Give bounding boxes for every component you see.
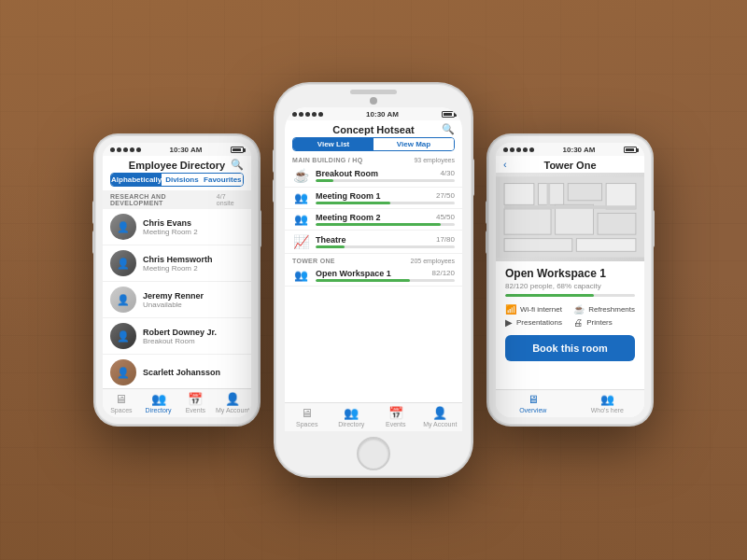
section-header-hq: Main Building / HQ 93 employees	[285, 155, 462, 164]
section-title-hq: Main Building / HQ	[292, 157, 362, 163]
amenity-refreshments: ☕ Refreshments	[573, 304, 635, 315]
svg-rect-7	[598, 213, 636, 234]
svg-rect-9	[576, 239, 636, 252]
battery-icon	[231, 147, 244, 153]
nav-item-events[interactable]: 📅 Events	[177, 392, 215, 413]
search-icon[interactable]: 🔍	[231, 159, 244, 171]
room-info: Breakout Room 4/30	[316, 169, 455, 182]
list-item[interactable]: 👤 Robert Downey Jr. Breakout Room	[103, 318, 251, 355]
workspace-capacity: 82/120 people, 68% capacity	[505, 282, 635, 290]
room-item-workspace1[interactable]: 👥 Open Workspace 1 82/120	[285, 265, 462, 287]
battery-icon	[442, 111, 455, 118]
svg-rect-11	[547, 184, 551, 206]
nav-item-overview[interactable]: 🖥 Overview	[496, 393, 571, 413]
svg-rect-4	[606, 184, 636, 209]
status-time: 10:30 AM	[563, 146, 596, 154]
list-item[interactable]: 👤 Scarlett Johansson	[103, 355, 251, 388]
amenity-label-presentations: Presentations	[516, 318, 562, 327]
speaker	[350, 90, 397, 94]
nav-item-account[interactable]: 👤 My Account	[214, 392, 251, 413]
events-icon: 📅	[188, 392, 203, 406]
amenity-printers: 🖨 Printers	[573, 317, 635, 328]
progress-bar	[316, 202, 455, 204]
power-button[interactable]	[259, 210, 261, 247]
amenity-label-refreshments: Refreshments	[588, 305, 635, 314]
volume-up-button[interactable]	[486, 201, 488, 224]
avatar: 👤	[110, 287, 136, 313]
room-name: Open Workspace 1	[316, 269, 391, 279]
amenities-list: 📶 Wi-fi internet ☕ Refreshments ▶ Presen…	[496, 301, 644, 331]
svg-rect-10	[504, 205, 636, 209]
employee-room: Meeting Room 2	[143, 228, 244, 236]
home-button[interactable]	[357, 437, 390, 470]
employee-list: 👤 Chris Evans Meeting Room 2 👤 Chris Hem…	[103, 209, 251, 388]
volume-down-button[interactable]	[486, 231, 488, 254]
list-item[interactable]: 👤 Chris Hemsworth Meeting Room 2	[103, 245, 251, 282]
room-name: Theatre	[316, 235, 346, 245]
room-item-breakout[interactable]: ☕ Breakout Room 4/30	[285, 164, 462, 188]
volume-down-button[interactable]	[273, 179, 275, 203]
nav-item-account[interactable]: 👤 My Account	[418, 406, 463, 427]
volume-up-button[interactable]	[92, 201, 95, 224]
progress-bar	[316, 223, 455, 226]
screen-tower-one: 10:30 AM ‹ Tower One	[496, 143, 644, 417]
wifi-icon: 📶	[505, 304, 516, 315]
directory-icon: 👥	[344, 406, 359, 420]
signal-dots	[292, 112, 323, 117]
tab-favourites[interactable]: Favourites	[203, 174, 243, 186]
nav-item-directory[interactable]: 👥 Directory	[330, 406, 374, 427]
svg-rect-3	[568, 184, 601, 201]
employee-name: Chris Hemsworth	[143, 255, 244, 264]
room-name: Meeting Room 2	[316, 213, 381, 223]
nav-item-spaces[interactable]: 🖥 Spaces	[103, 392, 140, 413]
refreshments-icon: ☕	[573, 304, 585, 315]
tab-view-list[interactable]: View List	[293, 138, 374, 150]
phone-concept-hotseat: 10:30 AM Concept Hotseat 🔍 View List Vie…	[275, 84, 472, 476]
progress-fill	[316, 279, 410, 282]
search-icon[interactable]: 🔍	[442, 123, 455, 135]
nav-item-whos-here[interactable]: 👥 Who's here	[571, 393, 645, 413]
section-label: Research and Development	[110, 193, 217, 206]
svg-rect-8	[504, 239, 572, 252]
employee-name: Robert Downey Jr.	[143, 328, 244, 337]
tab-divisions[interactable]: Divisions	[162, 174, 202, 186]
volume-down-button[interactable]	[92, 231, 95, 254]
svg-rect-6	[556, 204, 594, 234]
room-item-theatre[interactable]: 📈 Theatre 17/80	[285, 231, 462, 254]
page-title: Employee Directory	[129, 160, 225, 171]
directory-icon: 👥	[151, 392, 166, 406]
nav-label-directory: Directory	[146, 407, 172, 413]
amenity-label-printers: Printers	[586, 318, 613, 327]
tab-view-map[interactable]: View Map	[374, 138, 454, 150]
nav-item-directory[interactable]: 👥 Directory	[140, 392, 177, 413]
nav-label-events: Events	[186, 407, 205, 413]
signal-dots	[503, 147, 534, 152]
page-title: Tower One	[543, 160, 596, 171]
list-item[interactable]: 👤 Chris Evans Meeting Room 2	[103, 209, 251, 245]
events-icon: 📅	[388, 406, 403, 420]
avatar: 👤	[110, 323, 136, 349]
power-button[interactable]	[472, 159, 474, 196]
svg-rect-2	[538, 184, 563, 205]
power-button[interactable]	[652, 210, 655, 247]
nav-item-spaces[interactable]: 🖥 Spaces	[285, 406, 330, 427]
progress-fill	[316, 202, 390, 204]
back-icon[interactable]: ‹	[503, 159, 507, 170]
tab-alphabetically[interactable]: Alphabetically	[111, 174, 162, 186]
room-item-meeting2[interactable]: 👥 Meeting Room 2 45/50	[285, 209, 462, 231]
nav-label-account: My Account	[216, 407, 249, 413]
avatar: 👤	[110, 214, 136, 240]
employee-name: Chris Evans	[143, 218, 244, 228]
nav-item-events[interactable]: 📅 Events	[374, 406, 418, 427]
section-title-tower: Tower One	[292, 258, 335, 264]
book-room-button[interactable]: Book this room	[505, 335, 635, 361]
room-count: 45/50	[436, 213, 455, 221]
bottom-nav: 🖥 Overview 👥 Who's here	[496, 389, 644, 417]
section-count-hq: 93 employees	[414, 157, 455, 163]
floor-plan-svg	[496, 173, 644, 261]
room-item-meeting1[interactable]: 👥 Meeting Room 1 27/50	[285, 188, 462, 209]
volume-up-button[interactable]	[273, 149, 275, 173]
room-info: Meeting Room 2 45/50	[316, 213, 455, 226]
section-count-tower: 205 employees	[411, 258, 455, 264]
list-item[interactable]: 👤 Jeremy Renner Unavailable	[103, 282, 251, 318]
